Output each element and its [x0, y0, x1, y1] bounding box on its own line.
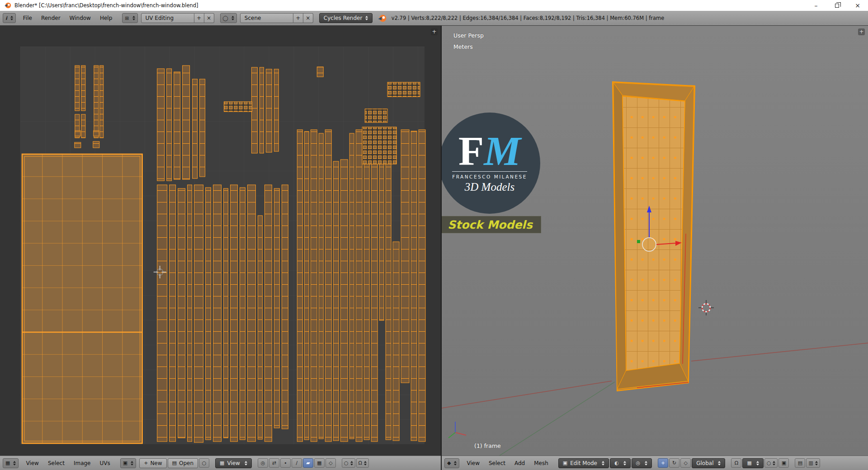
scene-selector: Scene + ×	[240, 13, 313, 23]
dropdown-arrows-icon	[756, 461, 759, 465]
limit-select-visible-button[interactable]: ▣	[778, 458, 789, 468]
manipulator-translate-button[interactable]: +	[658, 458, 668, 468]
viewport-editor-type-selector[interactable]: ◆	[444, 458, 459, 468]
vp-menu-mesh[interactable]: Mesh	[530, 459, 552, 468]
screen-layout-field[interactable]: UV Editing	[141, 13, 194, 23]
fm-author-name: FRANCESCO MILANESE	[452, 171, 527, 179]
menu-window[interactable]: Window	[66, 14, 95, 23]
minimize-button[interactable]: –	[806, 0, 826, 11]
delete-layout-button[interactable]: ×	[204, 13, 214, 23]
proportional-edit-button[interactable]: ○	[342, 458, 355, 468]
uv-editor-type-selector[interactable]: ▦	[3, 458, 19, 468]
close-icon: ×	[855, 2, 860, 9]
uv-menu-uvs[interactable]: UVs	[96, 459, 114, 468]
image-pin-button[interactable]: ○	[199, 458, 209, 468]
menu-render[interactable]: Render	[37, 14, 65, 23]
dropdown-arrows-icon	[602, 461, 604, 465]
image-browse-button[interactable]: ▣	[120, 458, 136, 468]
uv-island-main-panel[interactable]	[22, 154, 142, 443]
snap-element-dropdown[interactable]: ▦	[742, 458, 763, 468]
select-mode-vertex-button[interactable]: ∙	[280, 458, 291, 468]
uv-island-small-bars[interactable]	[224, 102, 252, 112]
viewport-shading-dropdown[interactable]: ◐	[610, 458, 631, 468]
uv-island-bars-cluster[interactable]	[365, 109, 387, 122]
add-scene-button[interactable]: +	[293, 13, 303, 23]
uv-menu-select[interactable]: Select	[44, 459, 69, 468]
menu-help[interactable]: Help	[96, 14, 116, 23]
uv-snap-button[interactable]: Ω	[356, 458, 369, 468]
vp-menu-select[interactable]: Select	[485, 459, 509, 468]
y-axis-handle	[637, 240, 640, 243]
select-mode-island-button[interactable]: ▦	[314, 458, 325, 468]
image-browse-icon: ▣	[123, 461, 127, 465]
proportional-edit-icon: ○	[767, 461, 771, 465]
info-editor-icon: i	[5, 16, 7, 21]
pivot-point-dropdown[interactable]: ◎	[632, 458, 652, 468]
face-select-icon: ▰	[306, 461, 310, 465]
screen-layout-selector: UV Editing + ×	[141, 13, 214, 23]
uv-menu-image[interactable]: Image	[70, 459, 95, 468]
proportional-edit-button[interactable]: ○	[764, 458, 778, 468]
manipulator-rotate-button[interactable]: ↻	[669, 458, 679, 468]
sticky-select-icon: ◇	[329, 461, 332, 465]
open-image-button[interactable]: ▤ Open	[168, 458, 198, 468]
stock-models-banner: Stock Models	[442, 216, 541, 233]
manipulator-scale-button[interactable]: ◇	[680, 458, 691, 468]
uv-menu-view[interactable]: View	[22, 459, 42, 468]
opengl-render-anim-button[interactable]: ▥	[806, 458, 820, 468]
uv-snap-cursor-button[interactable]: ◎	[258, 458, 268, 468]
uv-sync-select-toggle[interactable]: ⇄	[269, 458, 279, 468]
fm-letter-f: F	[458, 128, 484, 174]
mode-dropdown[interactable]: ▣ Edit Mode	[558, 458, 609, 468]
scene-field[interactable]: Scene	[240, 13, 293, 23]
blender-app-icon	[4, 2, 11, 9]
blender-logo-icon	[378, 14, 387, 23]
dropdown-arrows-icon	[718, 461, 721, 465]
dropdown-arrows-icon	[245, 461, 247, 465]
region-expand-icon[interactable]: +	[858, 28, 865, 35]
mode-value: Edit Mode	[570, 460, 597, 466]
vp-menu-view[interactable]: View	[462, 459, 483, 468]
uv-canvas[interactable]	[0, 26, 441, 456]
view3d-editor-icon: ◆	[447, 461, 451, 465]
info-editor-type-selector[interactable]: i	[3, 13, 16, 23]
folder-icon: ▤	[172, 461, 177, 465]
uv-image-editor: +	[0, 26, 442, 470]
sync-select-icon: ⇄	[272, 461, 276, 465]
region-expand-icon[interactable]: +	[431, 28, 438, 35]
close-button[interactable]: ×	[847, 0, 868, 11]
vp-menu-add[interactable]: Add	[510, 459, 529, 468]
uv-view-dropdown[interactable]: ▦ View	[215, 458, 252, 468]
add-layout-button[interactable]: +	[194, 13, 204, 23]
dropdown-arrows-icon	[350, 461, 353, 465]
scene-browse[interactable]: ◯	[220, 13, 237, 23]
uv-island-dots-cluster[interactable]	[362, 127, 396, 164]
scene-statistics: v2.79 | Verts:8,222/8,222 | Edges:16,384…	[392, 15, 665, 21]
select-mode-edge-button[interactable]: ∕	[292, 458, 302, 468]
select-mode-face-button[interactable]: ▰	[303, 458, 313, 468]
transform-orientation-dropdown[interactable]: Global	[692, 458, 725, 468]
viewport-canvas[interactable]	[442, 26, 868, 456]
opengl-render-button[interactable]: ▤	[795, 458, 805, 468]
screen-layout-browse[interactable]: ⊞	[122, 13, 137, 23]
open-image-label: Open	[179, 460, 193, 466]
render-still-icon: ▤	[798, 461, 802, 465]
delete-scene-button[interactable]: ×	[303, 13, 313, 23]
viewport-canvas-region[interactable]: +	[442, 26, 868, 456]
image-editor-icon: ▦	[5, 461, 10, 465]
fm-logo-text: FM	[458, 133, 521, 169]
shading-sphere-icon: ◐	[614, 461, 619, 465]
maximize-icon	[835, 4, 839, 8]
menu-file[interactable]: File	[19, 14, 36, 23]
sticky-select-button[interactable]: ◇	[326, 458, 336, 468]
uv-island-bars-top[interactable]	[387, 82, 420, 97]
mesh-french-window[interactable]	[613, 82, 695, 391]
new-image-button[interactable]: + New	[139, 458, 166, 468]
render-engine-dropdown[interactable]: Cycles Render	[319, 13, 373, 23]
uv-editor-canvas-region[interactable]: +	[0, 26, 441, 456]
uv-editor-header: ▦ View Select Image UVs ▣ + New ▤ Open ○	[0, 456, 441, 470]
snap-toggle-button[interactable]: Ω	[731, 458, 741, 468]
dropdown-arrows-icon	[132, 16, 135, 20]
info-header: i File Render Window Help ⊞ UV Editing +…	[0, 11, 868, 26]
maximize-button[interactable]	[826, 0, 847, 11]
